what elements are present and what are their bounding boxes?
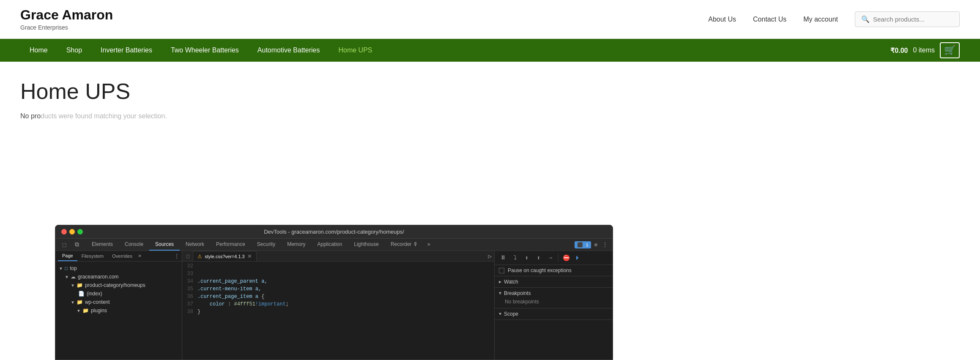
nav-two-wheeler-batteries[interactable]: Two Wheeler Batteries bbox=[162, 39, 248, 62]
site-title: Grace Amaron bbox=[20, 8, 113, 22]
nav-inverter-batteries[interactable]: Inverter Batteries bbox=[91, 39, 162, 62]
nav-home[interactable]: Home bbox=[20, 39, 57, 62]
page-content: Home UPS No products were found matching… bbox=[0, 62, 980, 137]
cart-area: ₹0.00 0 items 🛒 bbox=[890, 42, 960, 58]
nav-shop[interactable]: Shop bbox=[57, 39, 91, 62]
no-products-text: No products were found matching your sel… bbox=[20, 112, 960, 120]
cart-amount: ₹0.00 bbox=[890, 46, 908, 55]
search-input[interactable] bbox=[873, 16, 953, 23]
search-icon: 🔍 bbox=[861, 15, 870, 23]
site-header: Grace Amaron Grace Enterprises About Us … bbox=[0, 0, 980, 39]
about-us-link[interactable]: About Us bbox=[708, 16, 736, 23]
site-description: Grace Enterprises bbox=[20, 24, 113, 31]
nav-automotive-batteries[interactable]: Automotive Batteries bbox=[248, 39, 329, 62]
cart-items-count: 0 items bbox=[913, 46, 935, 54]
nav-home-ups[interactable]: Home UPS bbox=[329, 39, 381, 62]
contact-us-link[interactable]: Contact Us bbox=[753, 16, 786, 23]
header-nav: About Us Contact Us My account 🔍 bbox=[708, 11, 960, 27]
cart-icon[interactable]: 🛒 bbox=[940, 42, 960, 58]
search-box: 🔍 bbox=[855, 11, 960, 27]
main-nav: Home Shop Inverter Batteries Two Wheeler… bbox=[0, 39, 980, 62]
site-branding: Grace Amaron Grace Enterprises bbox=[20, 8, 113, 31]
nav-links: Home Shop Inverter Batteries Two Wheeler… bbox=[20, 39, 382, 62]
page-title: Home UPS bbox=[20, 79, 960, 104]
my-account-link[interactable]: My account bbox=[803, 16, 838, 23]
